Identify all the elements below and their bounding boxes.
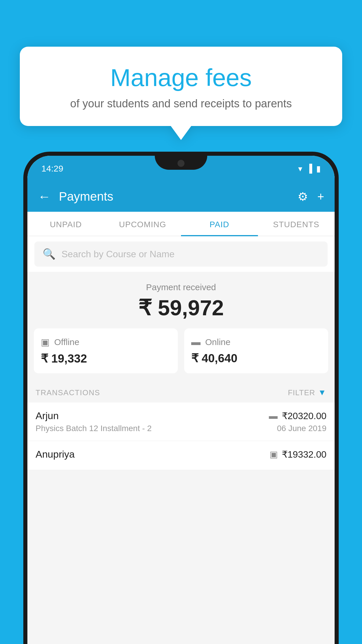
status-icons: ▾ ▐ ▮ bbox=[298, 164, 321, 174]
transaction-top-2: Anupriya ▣ ₹19332.00 bbox=[36, 449, 326, 460]
filter-button[interactable]: FILTER ▼ bbox=[288, 388, 326, 397]
payment-received-amount: ₹ 59,972 bbox=[27, 295, 335, 320]
online-card: ▬ Online ₹ 40,640 bbox=[184, 328, 328, 373]
filter-icon: ▼ bbox=[318, 388, 326, 397]
transaction-top-1: Arjun ▬ ₹20320.00 bbox=[36, 410, 326, 421]
transaction-name-1: Arjun bbox=[36, 410, 59, 421]
status-bar: 14:29 ▾ ▐ ▮ bbox=[27, 156, 335, 181]
phone-inner: 14:29 ▾ ▐ ▮ ← Payments ⚙ + UNPAID bbox=[27, 156, 335, 644]
offline-amount: ₹ 19,332 bbox=[41, 352, 171, 365]
online-label: Online bbox=[205, 337, 231, 347]
tab-upcoming[interactable]: UPCOMING bbox=[104, 212, 181, 236]
notch bbox=[155, 156, 207, 170]
online-card-header: ▬ Online bbox=[191, 337, 321, 347]
search-placeholder: Search by Course or Name bbox=[61, 249, 175, 260]
battery-icon: ▮ bbox=[316, 164, 321, 174]
tabs-bar: UNPAID UPCOMING PAID STUDENTS bbox=[27, 212, 335, 236]
header-title: Payments bbox=[59, 190, 298, 204]
transaction-amount-wrap-2: ▣ ₹19332.00 bbox=[270, 449, 326, 460]
search-container: 🔍 Search by Course or Name bbox=[27, 236, 335, 272]
transaction-date-1: 06 June 2019 bbox=[277, 424, 326, 433]
transaction-course-1: Physics Batch 12 Installment - 2 bbox=[36, 424, 152, 433]
phone-screen: 14:29 ▾ ▐ ▮ ← Payments ⚙ + UNPAID bbox=[27, 156, 335, 644]
app-header: ← Payments ⚙ + bbox=[27, 181, 335, 212]
transaction-bottom-1: Physics Batch 12 Installment - 2 06 June… bbox=[36, 424, 326, 433]
online-amount: ₹ 40,640 bbox=[191, 351, 321, 365]
transaction-name-2: Anupriya bbox=[36, 449, 75, 460]
search-bar[interactable]: 🔍 Search by Course or Name bbox=[34, 242, 328, 267]
screen-body: 🔍 Search by Course or Name Payment recei… bbox=[27, 236, 335, 644]
filter-label: FILTER bbox=[288, 388, 315, 397]
online-icon: ▬ bbox=[191, 337, 201, 347]
status-time: 14:29 bbox=[41, 164, 63, 174]
transaction-row[interactable]: Arjun ▬ ₹20320.00 Physics Batch 12 Insta… bbox=[27, 402, 335, 441]
transactions-label: TRANSACTIONS bbox=[36, 388, 100, 397]
search-icon: 🔍 bbox=[43, 248, 56, 260]
signal-icon: ▐ bbox=[306, 164, 312, 173]
camera-dot bbox=[178, 160, 184, 167]
transaction-row-2[interactable]: Anupriya ▣ ₹19332.00 bbox=[27, 441, 335, 470]
payment-received-section: Payment received ₹ 59,972 bbox=[27, 272, 335, 328]
add-icon[interactable]: + bbox=[317, 190, 324, 203]
phone-frame: 14:29 ▾ ▐ ▮ ← Payments ⚙ + UNPAID bbox=[23, 152, 339, 644]
back-button[interactable]: ← bbox=[38, 189, 51, 204]
transaction-amount-wrap-1: ▬ ₹20320.00 bbox=[269, 410, 326, 421]
settings-icon[interactable]: ⚙ bbox=[298, 190, 308, 203]
bubble-subtitle: of your students and send receipts to pa… bbox=[37, 97, 325, 110]
transaction-cash-icon-2: ▣ bbox=[270, 449, 278, 459]
tab-students[interactable]: STUDENTS bbox=[258, 212, 335, 236]
transaction-amount-1: ₹20320.00 bbox=[282, 410, 326, 421]
speech-bubble: Manage fees of your students and send re… bbox=[20, 47, 342, 126]
cards-row: ▣ Offline ₹ 19,332 ▬ Online ₹ 40,640 bbox=[27, 328, 335, 382]
wifi-icon: ▾ bbox=[298, 164, 302, 174]
offline-label: Offline bbox=[54, 337, 79, 347]
transactions-header: TRANSACTIONS FILTER ▼ bbox=[27, 382, 335, 402]
offline-icon: ▣ bbox=[41, 337, 50, 348]
payment-received-label: Payment received bbox=[27, 282, 335, 292]
offline-card-header: ▣ Offline bbox=[41, 337, 171, 348]
offline-card: ▣ Offline ₹ 19,332 bbox=[34, 328, 178, 373]
bubble-title: Manage fees bbox=[37, 64, 325, 91]
transaction-amount-2: ₹19332.00 bbox=[282, 449, 326, 460]
tab-paid[interactable]: PAID bbox=[181, 212, 258, 236]
header-actions: ⚙ + bbox=[298, 190, 324, 203]
tab-unpaid[interactable]: UNPAID bbox=[27, 212, 104, 236]
transaction-card-icon-1: ▬ bbox=[269, 411, 278, 421]
